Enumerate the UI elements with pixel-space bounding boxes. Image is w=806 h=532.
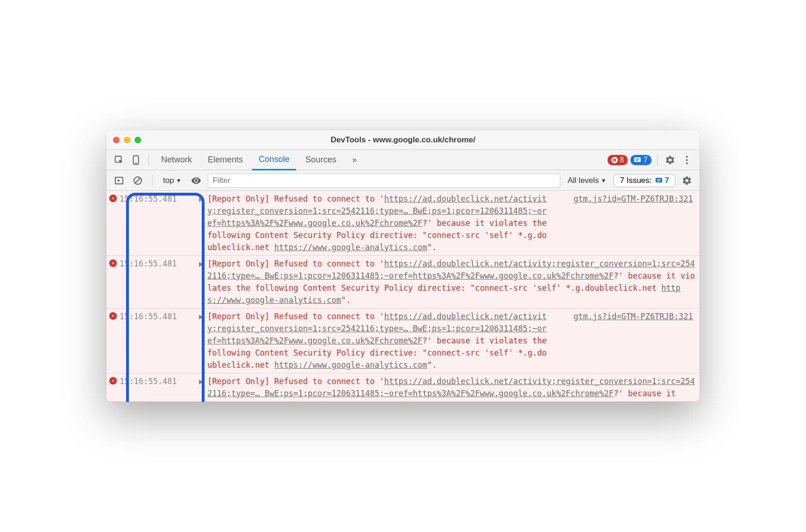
log-message: [Report Only] Refused to connect to 'htt… [207,375,700,399]
svg-point-7 [686,156,688,158]
expand-icon[interactable]: ▶ [199,375,207,399]
log-timestamp: 15:16:55.481 [120,193,199,253]
expand-icon[interactable]: ▶ [199,310,207,371]
log-url-link[interactable]: https://www.google-analytics.com [274,360,427,370]
log-source-link[interactable]: gtm.js?id=GTM-PZ6TRJB:321 [555,193,700,253]
issue-count-badge[interactable]: 7 [630,155,651,165]
svg-point-8 [686,159,688,161]
issues-label: 7 Issues: [620,176,651,185]
tab-sources[interactable]: Sources [299,150,343,170]
svg-rect-4 [634,157,641,162]
log-message: [Report Only] Refused to connect to 'htt… [207,258,700,306]
inspect-element-icon[interactable] [112,153,126,167]
svg-line-12 [135,178,141,183]
svg-rect-5 [636,159,639,160]
error-icon: ✕ [106,310,120,371]
window-title: DevTools - www.google.co.uk/chrome/ [106,135,700,145]
main-tabbar: Network Elements Console Sources » 8 7 [106,150,700,170]
issues-button[interactable]: 7 Issues: 7 [614,174,675,187]
log-url-link[interactable]: https://www.google-analytics.com [207,283,680,305]
log-timestamp: 15:16:55.481 [120,375,199,399]
error-icon: ✕ [106,193,120,253]
log-timestamp: 15:16:55.481 [120,258,199,306]
log-url-link[interactable]: https://ad.doubleclick.net/activity;regi… [207,312,547,345]
log-message: [Report Only] Refused to connect to 'htt… [207,193,555,253]
log-url-link[interactable]: https://ad.doubleclick.net/activity;regi… [207,259,695,280]
error-icon: ✕ [106,375,120,399]
tab-network[interactable]: Network [155,150,198,170]
chevron-down-icon: ▼ [601,177,607,184]
console-log-row[interactable]: ✕ 15:16:55.481 ▶ [Report Only] Refused t… [106,191,700,256]
log-source-link[interactable]: gtm.js?id=GTM-PZ6TRJB:321 [555,310,700,371]
context-selector[interactable]: top ▼ [160,176,184,185]
settings-icon[interactable] [663,153,677,167]
svg-rect-15 [657,181,660,182]
titlebar: DevTools - www.google.co.uk/chrome/ [106,130,700,150]
context-label: top [163,176,174,185]
console-toolbar: top ▼ All levels ▼ 7 Issues: 7 [106,170,700,191]
tab-console[interactable]: Console [252,150,296,170]
log-message: [Report Only] Refused to connect to 'htt… [207,310,555,371]
svg-rect-13 [656,178,662,182]
chevron-down-icon: ▼ [176,177,182,184]
expand-icon[interactable]: ▶ [199,258,207,306]
log-url-link[interactable]: https://ad.doubleclick.net/activity;regi… [207,377,695,398]
log-url-link[interactable]: https://ad.doubleclick.net/activity;regi… [207,194,547,228]
sidebar-toggle-icon[interactable] [112,174,126,188]
console-log-area: ✕ 15:16:55.481 ▶ [Report Only] Refused t… [106,191,700,402]
console-settings-icon[interactable] [680,174,694,188]
divider [152,175,153,187]
divider [657,154,658,166]
svg-point-9 [686,162,688,164]
menu-icon[interactable] [680,153,694,167]
issue-count: 7 [643,156,648,164]
live-expression-icon[interactable] [189,174,203,188]
clear-console-icon[interactable] [131,174,145,188]
error-count: 8 [620,156,624,164]
error-count-badge[interactable]: 8 [608,155,628,165]
device-toolbar-icon[interactable] [129,153,143,167]
filter-input[interactable] [208,174,560,188]
console-log-row[interactable]: ✕ 15:16:55.481 ▶ [Report Only] Refused t… [106,373,700,402]
console-log-row[interactable]: ✕ 15:16:55.481 ▶ [Report Only] Refused t… [106,256,700,308]
issues-count: 7 [665,176,669,185]
issues-badge: 7 [656,176,669,185]
divider [148,154,149,166]
log-timestamp: 15:16:55.481 [120,310,199,371]
tab-more[interactable]: » [346,150,363,170]
log-levels-selector[interactable]: All levels ▼ [565,176,609,185]
console-log-row[interactable]: ✕ 15:16:55.481 ▶ [Report Only] Refused t… [106,308,700,373]
error-icon: ✕ [106,258,120,306]
levels-label: All levels [568,176,599,185]
devtools-window: DevTools - www.google.co.uk/chrome/ Netw… [106,130,700,402]
expand-icon[interactable]: ▶ [199,193,207,253]
svg-rect-6 [636,160,638,161]
svg-rect-14 [657,179,661,180]
log-url-link[interactable]: https://www.google-analytics.com [274,243,427,252]
tab-elements[interactable]: Elements [201,150,249,170]
